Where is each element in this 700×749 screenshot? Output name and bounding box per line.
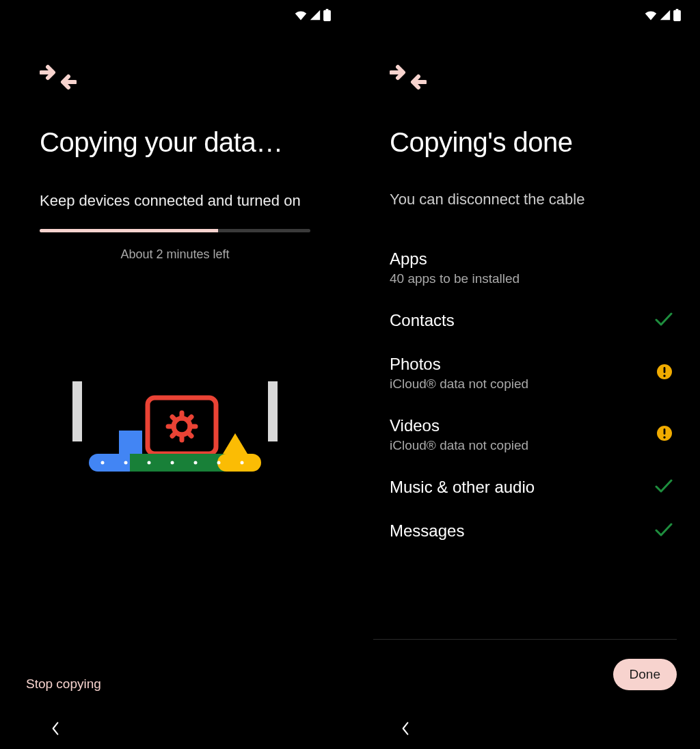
svg-rect-17 xyxy=(217,454,261,472)
warning-icon xyxy=(656,425,673,444)
svg-point-19 xyxy=(124,461,128,465)
progress-fill xyxy=(40,229,218,232)
list-item: Messages xyxy=(390,509,677,553)
warning-icon xyxy=(656,364,673,383)
svg-point-20 xyxy=(148,461,151,465)
svg-line-9 xyxy=(188,433,191,436)
svg-point-27 xyxy=(663,374,665,377)
svg-line-10 xyxy=(172,433,176,436)
item-label: Messages xyxy=(390,521,464,541)
svg-rect-29 xyxy=(664,428,666,435)
screen-done: Copying's done You can disconnect the ca… xyxy=(350,0,700,749)
item-sublabel: 40 apps to be installed xyxy=(390,271,520,286)
svg-point-24 xyxy=(241,461,244,465)
svg-rect-12 xyxy=(119,431,142,454)
nav-back-button[interactable] xyxy=(51,722,60,738)
check-icon xyxy=(655,312,673,329)
wifi-icon xyxy=(645,10,657,21)
page-title: Copying's done xyxy=(390,127,700,158)
list-item: Photos iCloud® data not copied xyxy=(390,342,677,404)
signal-icon xyxy=(310,10,321,21)
svg-point-18 xyxy=(101,461,105,465)
chevron-left-icon xyxy=(401,722,410,735)
stop-copying-button[interactable]: Stop copying xyxy=(26,677,101,692)
svg-point-23 xyxy=(217,461,221,465)
nav-back-button[interactable] xyxy=(401,722,410,738)
svg-rect-2 xyxy=(148,398,216,454)
svg-point-21 xyxy=(171,461,174,465)
svg-rect-1 xyxy=(268,381,278,441)
item-label: Apps xyxy=(390,249,520,269)
svg-rect-0 xyxy=(72,381,82,441)
results-list: Apps 40 apps to be installed Contacts Ph… xyxy=(390,237,677,553)
item-sublabel: iCloud® data not copied xyxy=(390,438,528,453)
svg-point-22 xyxy=(194,461,198,465)
status-bar xyxy=(0,0,350,30)
divider xyxy=(373,639,677,640)
list-item: Videos iCloud® data not copied xyxy=(390,404,677,465)
svg-marker-13 xyxy=(223,433,247,454)
battery-icon xyxy=(323,9,331,21)
conveyor-illustration xyxy=(0,376,350,492)
signal-icon xyxy=(660,10,671,21)
page-subtitle: Keep devices connected and turned on xyxy=(40,192,350,210)
item-label: Videos xyxy=(390,416,528,435)
item-label: Contacts xyxy=(390,311,455,330)
chevron-left-icon xyxy=(51,722,60,735)
svg-point-30 xyxy=(663,436,665,438)
svg-rect-26 xyxy=(664,367,666,373)
data-transfer-icon xyxy=(40,64,350,93)
page-title: Copying your data… xyxy=(40,127,350,158)
list-item: Apps 40 apps to be installed xyxy=(390,237,677,299)
battery-icon xyxy=(673,9,681,21)
list-item: Contacts xyxy=(390,299,677,342)
check-icon xyxy=(655,523,673,539)
done-button[interactable]: Done xyxy=(613,659,677,690)
wifi-icon xyxy=(295,10,307,21)
progress-time-label: About 2 minutes left xyxy=(40,247,310,262)
list-item: Music & other audio xyxy=(390,465,677,509)
svg-line-11 xyxy=(188,417,191,420)
data-transfer-icon xyxy=(390,64,700,93)
check-icon xyxy=(655,479,673,495)
svg-line-8 xyxy=(172,417,176,420)
item-label: Music & other audio xyxy=(390,478,535,497)
item-label: Photos xyxy=(390,355,528,374)
page-subtitle: You can disconnect the cable xyxy=(390,191,700,208)
progress-bar: About 2 minutes left xyxy=(40,229,310,262)
status-bar xyxy=(350,0,700,30)
svg-rect-16 xyxy=(130,454,226,472)
item-sublabel: iCloud® data not copied xyxy=(390,377,528,392)
screen-copying: Copying your data… Keep devices connecte… xyxy=(0,0,350,749)
